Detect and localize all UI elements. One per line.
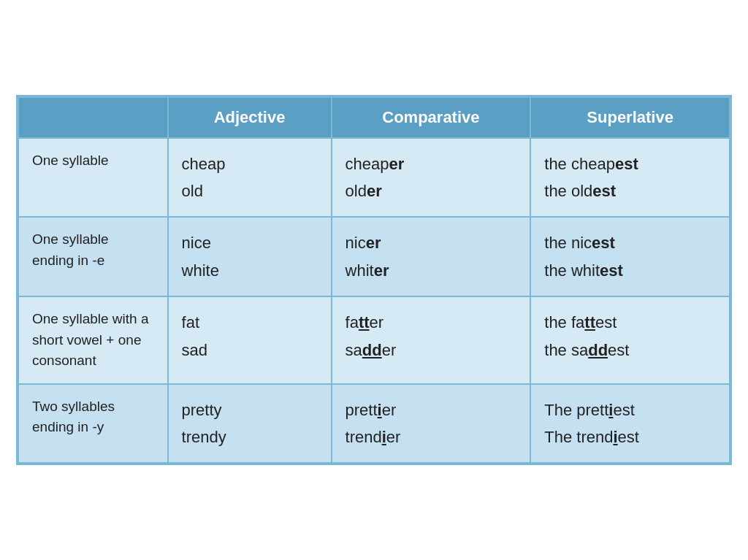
header-adjective: Adjective — [168, 97, 332, 138]
table-row: One syllable cheapold cheaperolder the c… — [18, 138, 730, 218]
header-rule — [18, 97, 168, 138]
adj-cell: fatsad — [168, 296, 332, 384]
sup-cell: The prettiestThe trendiest — [530, 384, 730, 464]
comp-cell: fattersadder — [332, 296, 531, 384]
comp-cell: cheaperolder — [332, 138, 531, 218]
table-row: One syllable ending in -e nicewhite nice… — [18, 217, 730, 296]
header-superlative: Superlative — [530, 97, 730, 138]
adj-cell: cheapold — [168, 138, 332, 218]
sup-cell: the cheapestthe oldest — [530, 138, 730, 218]
table-row: One syllable with a short vowel + one co… — [18, 296, 730, 384]
comp-cell: prettiertrendier — [332, 384, 531, 464]
rule-cell: Two syllables ending in -y — [18, 384, 168, 464]
rule-cell: One syllable — [18, 138, 168, 218]
rule-cell: One syllable ending in -e — [18, 217, 168, 296]
sup-cell: the nicestthe whitest — [530, 217, 730, 296]
header-comparative: Comparative — [332, 97, 531, 138]
rule-cell: One syllable with a short vowel + one co… — [18, 296, 168, 384]
table-row: Two syllables ending in -y prettytrendy … — [18, 384, 730, 464]
grammar-table: Adjective Comparative Superlative One sy… — [18, 96, 730, 464]
sup-cell: the fattestthe saddest — [530, 296, 730, 384]
comp-cell: nicerwhiter — [332, 217, 531, 296]
adj-cell: nicewhite — [168, 217, 332, 296]
adj-cell: prettytrendy — [168, 384, 332, 464]
